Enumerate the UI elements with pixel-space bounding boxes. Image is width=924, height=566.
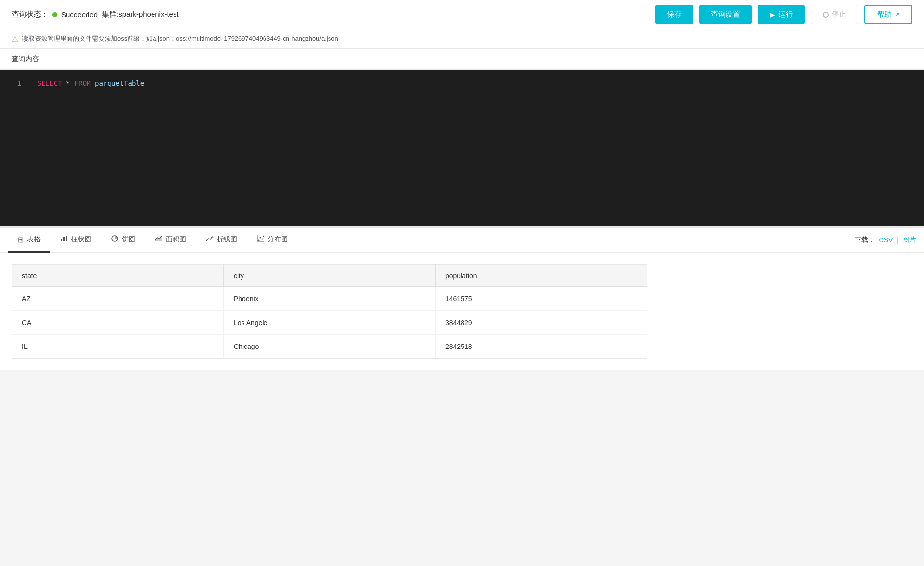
save-button[interactable]: 保存 <box>655 5 693 24</box>
table-row: AZPhoenix1461575 <box>12 287 647 311</box>
table-cell: 1461575 <box>436 287 647 311</box>
line-chart-icon <box>206 235 214 244</box>
sql-keyword-from: FROM <box>74 79 91 87</box>
tabs-list: ⊞ 表格 柱状图 饼图 面积图 折线图 <box>8 228 855 252</box>
status-text: Succeeded <box>61 10 98 19</box>
status-section: 查询状态： Succeeded 集群:spark-phoenix-test <box>12 10 647 19</box>
table-row: CALos Angele3844829 <box>12 311 647 335</box>
svg-point-8 <box>263 236 264 237</box>
stop-button[interactable]: 停止 <box>811 5 858 24</box>
download-label: 下载： <box>855 236 875 244</box>
download-separator: | <box>897 236 899 244</box>
tab-pie-chart-label: 饼图 <box>122 235 135 244</box>
column-header-state: state <box>12 265 224 287</box>
status-label: 查询状态： <box>12 10 48 19</box>
tab-bar-chart[interactable]: 柱状图 <box>50 228 101 253</box>
table-header-row: state city population <box>12 265 647 287</box>
tab-pie-chart[interactable]: 饼图 <box>101 228 145 253</box>
table-cell: Los Angele <box>224 311 436 335</box>
tab-bar-chart-label: 柱状图 <box>71 235 91 244</box>
warning-icon: ⚠ <box>12 35 18 44</box>
sql-wildcard: * <box>66 79 74 87</box>
results-table: state city population AZPhoenix1461575CA… <box>12 264 647 359</box>
table-row: ILChicago2842518 <box>12 335 647 359</box>
column-header-city: city <box>224 265 436 287</box>
data-section: state city population AZPhoenix1461575CA… <box>0 253 924 370</box>
scatter-chart-icon <box>257 235 264 244</box>
query-settings-button[interactable]: 查询设置 <box>699 5 752 24</box>
tab-line-chart-label: 折线图 <box>217 235 237 244</box>
query-header-label: 查询内容 <box>0 49 924 70</box>
table-cell: 3844829 <box>436 311 647 335</box>
code-content[interactable]: SELECT * FROM parquetTable <box>29 70 924 226</box>
stop-icon <box>823 12 829 18</box>
table-cell: Phoenix <box>224 287 436 311</box>
sql-table-name: parquetTable <box>95 79 144 87</box>
tabs-section: ⊞ 表格 柱状图 饼图 面积图 折线图 <box>0 226 924 253</box>
play-icon: ▶ <box>770 10 775 19</box>
header-buttons: 保存 查询设置 ▶ 运行 停止 帮助 ↗ <box>655 5 912 24</box>
download-section: 下载： CSV | 图片 <box>855 236 916 244</box>
tab-table-label: 表格 <box>27 235 41 244</box>
table-cell: CA <box>12 311 224 335</box>
header-bar: 查询状态： Succeeded 集群:spark-phoenix-test 保存… <box>0 0 924 29</box>
help-button[interactable]: 帮助 ↗ <box>864 5 912 24</box>
svg-point-7 <box>262 239 263 240</box>
tab-area-chart-label: 面积图 <box>166 235 186 244</box>
table-icon: ⊞ <box>18 235 24 244</box>
tab-table[interactable]: ⊞ 表格 <box>8 228 50 253</box>
svg-point-5 <box>258 240 260 241</box>
svg-point-6 <box>260 237 261 239</box>
tab-scatter-chart-label: 分布图 <box>267 235 288 244</box>
svg-rect-2 <box>66 236 67 241</box>
download-csv-link[interactable]: CSV <box>879 236 893 244</box>
warning-text: 读取资源管理里面的文件需要添加oss前缀，如a.json：oss://multi… <box>22 34 338 43</box>
tab-scatter-chart[interactable]: 分布图 <box>247 228 298 253</box>
svg-rect-0 <box>61 239 62 241</box>
query-section: 查询内容 1 SELECT * FROM parquetTable <box>0 49 924 226</box>
table-cell: Chicago <box>224 335 436 359</box>
code-editor[interactable]: 1 SELECT * FROM parquetTable <box>0 70 924 226</box>
bar-chart-icon <box>60 235 68 244</box>
pie-chart-icon <box>111 235 119 244</box>
area-chart-icon <box>155 235 163 244</box>
sql-keyword-select: SELECT <box>37 79 62 87</box>
external-link-icon: ↗ <box>895 11 900 18</box>
line-numbers: 1 <box>0 70 29 226</box>
tab-area-chart[interactable]: 面积图 <box>145 228 196 253</box>
svg-rect-1 <box>63 237 65 241</box>
warning-bar: ⚠ 读取资源管理里面的文件需要添加oss前缀，如a.json：oss://mul… <box>0 29 924 49</box>
editor-divider <box>462 70 462 226</box>
column-header-population: population <box>436 265 647 287</box>
run-button[interactable]: ▶ 运行 <box>758 5 805 24</box>
tab-line-chart[interactable]: 折线图 <box>196 228 247 253</box>
table-cell: AZ <box>12 287 224 311</box>
download-image-link[interactable]: 图片 <box>902 236 916 244</box>
table-cell: IL <box>12 335 224 359</box>
status-dot-icon <box>52 12 57 17</box>
table-cell: 2842518 <box>436 335 647 359</box>
cluster-text: 集群:spark-phoenix-test <box>102 10 179 19</box>
